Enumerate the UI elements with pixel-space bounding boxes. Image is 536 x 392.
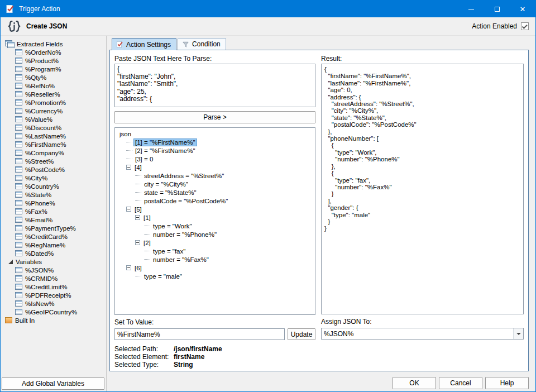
set-to-value-input[interactable] xyxy=(114,328,285,340)
field-label: %PostCode% xyxy=(25,166,65,173)
sidebar-field-item[interactable]: %Discount% xyxy=(1,123,106,132)
ok-button[interactable]: OK xyxy=(393,377,436,389)
sidebar-field-item[interactable]: %City% xyxy=(1,174,106,182)
json-tree-node[interactable]: [3] = 0 xyxy=(116,155,314,163)
sidebar-field-item[interactable]: %Reseller% xyxy=(1,90,106,98)
variable-label: %IsNew% xyxy=(25,300,54,307)
field-label: %Program% xyxy=(25,66,61,73)
json-tree-node[interactable]: type = "male" xyxy=(116,272,314,280)
sidebar-field-item[interactable]: %PostCode% xyxy=(1,165,106,174)
sidebar-variable-item[interactable]: %IsNew% xyxy=(1,299,106,308)
sidebar-variable-item[interactable]: %CreditLimit% xyxy=(1,283,106,291)
json-tree-node[interactable]: [5] xyxy=(116,205,314,213)
assign-json-combobox[interactable]: %JSON% xyxy=(321,328,524,340)
field-icon xyxy=(15,225,22,231)
result-textarea[interactable]: { "firstName": "%FirstName%", "lastName"… xyxy=(321,64,524,314)
json-tree-node[interactable]: [1] = "%FirstName%" xyxy=(116,138,314,146)
sidebar-field-item[interactable]: %Country% xyxy=(1,182,106,190)
field-label: %LastName% xyxy=(25,133,66,140)
paste-json-textarea[interactable]: { "firstName": "John", "lastName": "Smit… xyxy=(114,64,315,107)
sidebar-variable-item[interactable]: %JSON% xyxy=(1,266,106,274)
expanded-arrow-icon[interactable] xyxy=(8,260,13,264)
variable-label: %GeoIPCountry% xyxy=(25,309,77,315)
collapse-icon[interactable] xyxy=(126,165,131,170)
action-enabled-checkbox[interactable] xyxy=(521,22,529,30)
tab-action-settings[interactable]: Action Settings xyxy=(112,38,176,50)
tree-connector xyxy=(144,226,150,227)
action-settings-panel: Paste JSON Text Here To Parse: { "firstN… xyxy=(109,50,529,371)
sidebar-field-item[interactable]: %Company% xyxy=(1,149,106,157)
sidebar-field-item[interactable]: %RegName% xyxy=(1,241,106,249)
dropdown-button[interactable] xyxy=(513,328,523,339)
tab-condition[interactable]: Condition xyxy=(178,38,226,50)
sidebar-field-item[interactable]: %Promotion% xyxy=(1,98,106,107)
add-global-variables-button[interactable]: Add Global Variables xyxy=(2,377,104,390)
json-tree-node[interactable]: postalCode = "%PostCode%" xyxy=(116,197,314,205)
collapse-icon[interactable] xyxy=(135,240,140,245)
sidebar-field-item[interactable]: %Program% xyxy=(1,65,106,73)
help-button[interactable]: Help xyxy=(485,377,529,389)
json-tree-node[interactable]: [2] xyxy=(116,238,314,247)
sidebar-field-item[interactable]: %Qty% xyxy=(1,73,106,82)
collapse-icon[interactable] xyxy=(126,265,131,270)
close-button[interactable]: ✕ xyxy=(510,1,535,17)
json-tree-node[interactable]: type = "fax" xyxy=(116,247,314,255)
json-tree-node[interactable]: type = "Work" xyxy=(116,222,314,230)
tree-node-label: [1] = "%FirstName%" xyxy=(134,139,197,146)
json-tree[interactable]: json [1] = "%FirstName%" xyxy=(114,127,315,315)
json-tree-node[interactable]: [4] xyxy=(116,163,314,171)
sidebar-field-item[interactable]: %Fax% xyxy=(1,207,106,216)
collapse-icon[interactable] xyxy=(126,207,131,212)
variable-label: %CreditLimit% xyxy=(25,284,67,290)
sidebar-variable-item[interactable]: %PDFReceipt% xyxy=(1,291,106,299)
json-tree-node[interactable]: number = "%Fax%" xyxy=(116,255,314,264)
paste-json-label: Paste JSON Text Here To Parse: xyxy=(114,55,315,62)
maximize-button[interactable] xyxy=(484,1,510,17)
sidebar-field-item[interactable]: %Phone% xyxy=(1,199,106,207)
json-tree-node[interactable]: city = "%City%" xyxy=(116,180,314,188)
json-tree-node[interactable]: number = "%Phone%" xyxy=(116,230,314,238)
tree-connector xyxy=(126,159,132,160)
sidebar-field-item[interactable]: %Street% xyxy=(1,157,106,165)
field-icon xyxy=(15,217,22,223)
cancel-button[interactable]: Cancel xyxy=(439,377,482,389)
sidebar-field-item[interactable]: %Product% xyxy=(1,56,106,65)
sidebar-field-item[interactable]: %RefNo% xyxy=(1,82,106,90)
json-tree-root[interactable]: json xyxy=(116,130,314,138)
collapse-icon[interactable] xyxy=(135,215,140,220)
tree-node-label: [3] = 0 xyxy=(134,156,154,162)
field-label: %CreditCard% xyxy=(25,233,68,240)
sidebar-item-built-in[interactable]: Built In xyxy=(1,316,106,324)
sidebar-root-extracted-fields[interactable]: Extracted Fields xyxy=(1,40,106,48)
sidebar-field-item[interactable]: %OrderNo% xyxy=(1,48,106,56)
sidebar-variable-item[interactable]: %GeoIPCountry% xyxy=(1,308,106,316)
tree-connector xyxy=(135,200,141,202)
sidebar-field-item[interactable]: %PaymentType% xyxy=(1,224,106,232)
field-label: %RegName% xyxy=(25,242,65,248)
sidebar-field-item[interactable]: %Value% xyxy=(1,115,106,123)
sidebar-field-item[interactable]: %Dated% xyxy=(1,249,106,257)
tree-connector xyxy=(144,251,150,252)
sidebar-field-item[interactable]: %FirstName% xyxy=(1,140,106,149)
sidebar-field-item[interactable]: %Currency% xyxy=(1,107,106,115)
minimize-button[interactable] xyxy=(458,1,484,17)
json-tree-node[interactable]: [1] xyxy=(116,213,314,222)
create-json-icon xyxy=(7,20,21,34)
variable-icon xyxy=(15,309,22,315)
sidebar-field-item[interactable]: %LastName% xyxy=(1,132,106,140)
sidebar-field-item[interactable]: %State% xyxy=(1,190,106,199)
tree-connector xyxy=(144,259,150,260)
parse-button[interactable]: Parse > xyxy=(114,111,315,123)
selection-info-label: Selected Type: xyxy=(114,361,174,369)
sidebar-field-item[interactable]: %Email% xyxy=(1,216,106,224)
json-tree-node[interactable]: [6] xyxy=(116,264,314,272)
selection-info-value: /json/firstName xyxy=(174,345,222,353)
json-tree-node[interactable]: streetAddress = "%Street%" xyxy=(116,171,314,180)
json-tree-node[interactable]: [2] = "%FirstName%" xyxy=(116,146,314,155)
json-tree-node[interactable]: state = "%State%" xyxy=(116,188,314,197)
sidebar-field-item[interactable]: %CreditCard% xyxy=(1,232,106,241)
sidebar-variable-item[interactable]: %CRMID% xyxy=(1,274,106,283)
field-label: %Dated% xyxy=(25,250,54,257)
update-button[interactable]: Update xyxy=(288,328,315,340)
sidebar-item-variables[interactable]: Variables xyxy=(1,257,106,266)
